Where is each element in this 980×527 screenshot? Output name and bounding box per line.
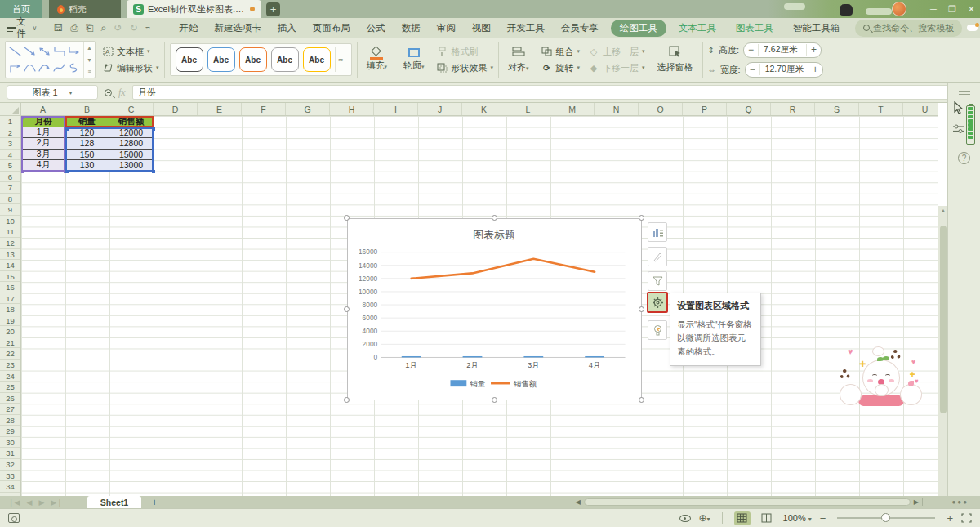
scroll-left-icon[interactable]: ◀ [576,498,581,506]
zoom-out-icon[interactable] [105,89,112,96]
row-header-28[interactable]: 28 [0,415,20,427]
column-header-A[interactable]: A [21,103,65,115]
table-cell[interactable]: 12000 [109,127,154,139]
fullscreen-icon[interactable] [961,513,972,523]
column-header-K[interactable]: K [462,103,506,115]
table-cell[interactable]: 4月 [21,160,65,172]
tab-chart-tools[interactable]: 图表工具 [728,20,781,37]
column-header-I[interactable]: I [374,103,418,115]
table-header-cell[interactable]: 销售额 [109,116,154,127]
gallery-down-icon[interactable]: ▼ [84,54,95,66]
shape-style-3[interactable]: Abc [271,47,299,72]
edit-shape-button[interactable]: 编辑形状▾ [102,62,159,74]
scurve-shape-icon[interactable] [52,60,66,76]
shape-effects-button[interactable]: 形状效果▾ [437,62,494,74]
width-increase-button[interactable]: + [808,64,822,75]
column-header-J[interactable]: J [418,103,462,115]
save-icon[interactable]: 🖫 [53,22,63,33]
row-header-14[interactable]: 14 [0,260,20,271]
chart-format-button[interactable] [647,292,668,313]
column-header-R[interactable]: R [771,103,815,115]
chart-resize-handle[interactable] [344,215,350,221]
row-header-30[interactable]: 30 [0,437,20,449]
fill-button[interactable]: 填充▾ [363,47,392,72]
redo-icon[interactable]: ↻ [129,22,137,33]
row-header-19[interactable]: 19 [0,315,20,327]
arrow2-shape-icon[interactable] [38,43,51,60]
table-cell[interactable]: 128 [65,138,109,150]
vertical-scrollbar[interactable]: ▲ ▼ [938,206,947,496]
row-header-2[interactable]: 2 [0,127,20,139]
row-header-32[interactable]: 32 [0,459,20,471]
next-sheet-icon[interactable]: ▶ [38,498,44,507]
format-painter-button[interactable]: 格式刷 [437,46,494,58]
row-header-24[interactable]: 24 [0,371,20,382]
rotate-button[interactable]: ⟳ 旋转▾ [541,62,581,74]
row-header-18[interactable]: 18 [0,304,20,315]
style-gallery-more-icon[interactable]: ≂ [335,47,346,72]
drag-handle-icon[interactable] [959,91,970,95]
scroll-up-icon[interactable]: ▲ [938,206,947,216]
undo-icon[interactable]: ↺ [114,22,122,33]
bring-forward-button[interactable]: ◇ 上移一层▾ [588,46,645,58]
row-header-13[interactable]: 13 [0,249,20,261]
chart-elements-button[interactable] [648,222,667,242]
row-header-22[interactable]: 22 [0,348,20,360]
last-sheet-icon[interactable]: ▶❘ [51,498,62,507]
restore-button[interactable]: ❐ [948,4,956,15]
view-mode-icon[interactable]: ⊕▾ [699,512,710,524]
outline-button[interactable]: 轮廓▾ [399,48,429,72]
column-header-M[interactable]: M [550,103,595,115]
row-header-31[interactable]: 31 [0,448,20,459]
gallery-more-icon[interactable]: ≡ [84,65,95,78]
column-header-T[interactable]: T [859,103,903,115]
row-header-15[interactable]: 15 [0,271,20,283]
row-header-7[interactable]: 7 [0,182,20,194]
row-header-10[interactable]: 10 [0,216,20,227]
select-all-corner[interactable] [0,103,21,116]
more-options-icon[interactable]: ●●● [952,498,969,506]
column-header-H[interactable]: H [330,103,374,115]
insert-function-button[interactable]: fx [118,87,126,99]
search-input[interactable]: 查找命令、搜索模板 [855,20,962,37]
print-icon[interactable]: ⎗ [86,22,94,33]
shape-style-0[interactable]: Abc [176,47,203,72]
width-decrease-button[interactable]: − [746,64,760,75]
table-cell[interactable]: 3月 [21,150,65,161]
row-header-21[interactable]: 21 [0,337,20,349]
table-cell[interactable]: 12800 [109,138,154,150]
column-header-D[interactable]: D [154,103,198,115]
chart-resize-handle[interactable] [639,306,644,312]
chart-resize-handle[interactable] [492,397,497,403]
zoom-decrease-button[interactable]: − [820,512,826,525]
menu-tab-2[interactable]: 插入 [270,20,304,37]
column-header-Q[interactable]: Q [727,103,771,115]
column-header-F[interactable]: F [242,103,286,115]
tab-drawing-tools[interactable]: 绘图工具 [611,20,666,37]
chart-idea-button[interactable] [648,320,667,340]
minimize-button[interactable]: ─ [930,4,937,14]
selection-pane-button[interactable]: 选择窗格 [653,46,697,74]
column-header-B[interactable]: B [65,103,109,115]
help-button[interactable]: ? [958,152,970,164]
row-header-17[interactable]: 17 [0,293,20,305]
shape-style-1[interactable]: Abc [207,47,235,72]
row-header-25[interactable]: 25 [0,382,20,393]
chart-resize-handle[interactable] [639,215,644,221]
row-header-11[interactable]: 11 [0,226,20,238]
eye-protection-icon[interactable] [679,515,691,522]
elbow-arrow2-shape-icon[interactable] [8,60,22,76]
menu-tab-5[interactable]: 数据 [394,20,428,37]
menu-tab-0[interactable]: 开始 [172,20,205,37]
settings-sliders-icon[interactable] [952,123,964,134]
row-header-23[interactable]: 23 [0,360,20,371]
row-header-26[interactable]: 26 [0,393,20,404]
height-decrease-button[interactable]: − [744,44,759,56]
scroll-right-icon[interactable]: ▶ [914,498,919,506]
row-header-34[interactable]: 34 [0,481,20,493]
normal-view-button[interactable] [734,511,751,525]
table-cell[interactable]: 130 [65,160,109,172]
zoom-slider-thumb[interactable] [881,513,890,522]
chart-resize-handle[interactable] [639,397,644,403]
cursor-icon[interactable] [953,101,964,114]
